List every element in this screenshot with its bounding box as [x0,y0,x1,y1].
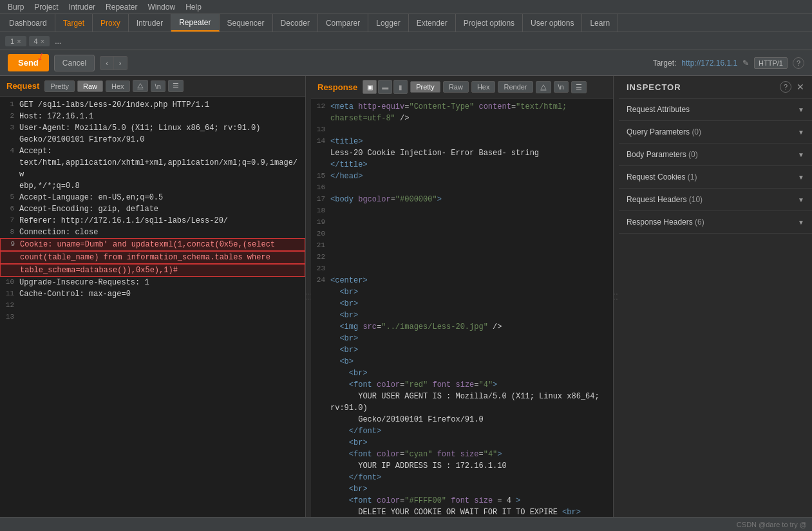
toolbar: Send ↓ Cancel ‹ › Target: http://172.16.… [0,50,812,76]
response-filter-btn[interactable]: ⧋ [536,81,551,93]
resp-line: YOUR IP ADDRESS IS : 172.16.1.10 [311,460,613,472]
tab-logger[interactable]: Logger [368,14,408,32]
resp-line: YOUR USER AGENT IS : Mozilla/5.0 (X11; L… [311,391,613,414]
resp-line: </title> [311,159,613,171]
inspector-request-headers-header[interactable]: Request Headers (10) ▼ [619,189,812,210]
inspector-request-headers: Request Headers (10) ▼ [619,189,812,211]
status-credit: CSDN @dare to try @ [737,521,807,528]
send-button[interactable]: Send [8,54,49,71]
chevron-down-icon: ▼ [798,129,804,136]
session-bar: 1 × 4 × ... [0,32,812,50]
menu-project[interactable]: Project [29,0,63,14]
request-menu-btn[interactable]: ☰ [168,80,184,92]
inspector-response-headers: Response Headers (6) ▼ [619,211,812,234]
request-filter-btn[interactable]: ⧋ [133,80,148,92]
resp-line: <font color="red" font size="4"> [311,379,613,391]
cookie-line-highlight-3: table_schema=database()),0x5e),1)# [0,264,305,277]
help-icon[interactable]: ? [793,57,804,69]
resp-line: <br> [311,483,613,495]
tab-dashboard[interactable]: Dashboard [1,14,55,32]
view-split-btn[interactable]: ▣ [363,80,377,94]
resp-line: 22 [311,252,613,263]
tab-user-options[interactable]: User options [523,14,582,32]
request-title: Request [6,81,39,91]
menu-repeater[interactable]: Repeater [100,0,142,14]
tab-proxy[interactable]: Proxy [93,14,129,32]
code-line: 7 Referer: http://172.16.1.1/sqli-labs/L… [0,215,305,227]
response-panel: Response ▣ ▬ ▮ Pretty Raw Hex Render ⧋ \… [311,76,614,517]
tab-learn[interactable]: Learn [582,14,618,32]
resp-line: 20 [311,228,613,240]
tab-decoder[interactable]: Decoder [273,14,318,32]
inspector-close-icon[interactable]: ✕ [797,82,804,92]
response-code-area[interactable]: 12 <meta http-equiv="Content-Type" conte… [311,98,613,517]
view-panel-btn[interactable]: ▮ [393,80,408,94]
response-escape-btn[interactable]: \n [554,81,569,93]
resp-line: 16 [311,182,613,194]
resp-line: Less-20 Cookie Injection- Error Based- s… [311,147,613,159]
tab-comparer[interactable]: Comparer [318,14,368,32]
menu-burp[interactable]: Burp [3,0,29,14]
session-tab-1[interactable]: 1 × [5,36,26,46]
resp-line: <br> [311,298,613,310]
inspector-request-attributes-header[interactable]: Request Attributes ▼ [619,98,812,120]
view-horizontal-btn[interactable]: ▬ [378,80,392,94]
menu-intruder[interactable]: Intruder [64,0,100,14]
inspector-query-params-header[interactable]: Query Parameters (0) ▼ [619,121,812,143]
code-line: 8 Connection: close [0,227,305,238]
inspector-item-label: Request Attributes [627,105,798,114]
session-tab-4[interactable]: 4 × [29,36,50,46]
request-panel: Request Pretty Raw Hex ⧋ \n ☰ 1 GET /sql… [0,76,306,517]
response-panel-header: Response ▣ ▬ ▮ Pretty Raw Hex Render ⧋ \… [311,76,613,98]
request-code-area[interactable]: 1 GET /sqli-labs/Less-20/index.php HTTP/… [0,97,305,517]
inspector-response-headers-header[interactable]: Response Headers (6) ▼ [619,211,812,233]
edit-icon[interactable]: ✎ [742,59,749,68]
menu-help[interactable]: Help [180,0,207,14]
inspector-body-params: Body Parameters (0) ▼ [619,144,812,166]
session-tab-more[interactable]: ... [52,37,64,46]
main-tab-bar: Dashboard Target Proxy Intruder Repeater… [0,14,812,32]
nav-forward-button[interactable]: › [114,57,127,70]
inspector-help-icon[interactable]: ? [780,81,791,93]
resp-line: 24 <center> [311,275,613,286]
response-render-btn[interactable]: Render [498,81,533,93]
http-version-badge[interactable]: HTTP/1 [754,57,788,69]
request-pretty-btn[interactable]: Pretty [44,80,75,92]
tab-sequencer[interactable]: Sequencer [220,14,273,32]
resp-line: <font color="cyan" font size="4"> [311,449,613,460]
request-escape-btn[interactable]: \n [151,80,165,92]
code-line: text/html,application/xhtml+xml,applicat… [0,157,305,180]
resp-line: <br> [311,286,613,298]
tab-project-options[interactable]: Project options [456,14,523,32]
request-raw-btn[interactable]: Raw [77,80,103,92]
code-line: 5 Accept-Language: en-US,en;q=0.5 [0,192,305,203]
response-menu-btn[interactable]: ☰ [571,81,587,93]
tab-target[interactable]: Target [55,14,93,32]
response-inspector-divider[interactable]: ⋮⋮ [614,76,619,517]
menu-bar: Burp Project Intruder Repeater Window He… [0,0,812,14]
inspector-body-params-header[interactable]: Body Parameters (0) ▼ [619,144,812,165]
chevron-down-icon: ▼ [798,151,804,158]
nav-back-button[interactable]: ‹ [100,57,114,70]
inspector-item-label: Query Parameters (0) [627,127,798,136]
tab-repeater[interactable]: Repeater [171,14,219,32]
inspector-query-params: Query Parameters (0) ▼ [619,121,812,144]
code-line: Gecko/20100101 Firefox/91.0 [0,134,305,145]
session-close-4[interactable]: × [41,37,44,45]
request-hex-btn[interactable]: Hex [106,80,130,92]
inspector-item-label: Request Cookies (1) [627,172,798,182]
resp-line: </font> [311,425,613,437]
resp-line: charset=utf-8" /> [311,113,613,124]
menu-window[interactable]: Window [142,0,180,14]
request-response-divider[interactable]: ⋮⋮ [306,76,311,517]
response-pretty-btn[interactable]: Pretty [410,81,440,93]
resp-line: 19 [311,217,613,228]
code-line: 4 Accept: [0,145,305,157]
inspector-request-cookies-header[interactable]: Request Cookies (1) ▼ [619,166,812,188]
tab-extender[interactable]: Extender [409,14,456,32]
response-hex-btn[interactable]: Hex [471,81,496,93]
tab-intruder[interactable]: Intruder [129,14,171,32]
response-raw-btn[interactable]: Raw [443,81,469,93]
session-close-1[interactable]: × [17,37,21,45]
cancel-button[interactable]: Cancel [54,55,95,71]
